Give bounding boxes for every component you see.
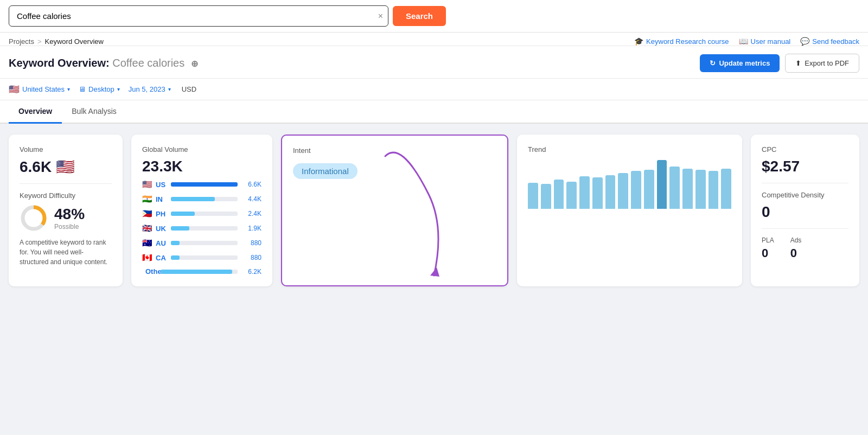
add-icon[interactable]: ⊕	[191, 59, 198, 68]
volume-value: 6.6K 🇺🇸	[20, 158, 112, 176]
search-bar-area: × Search	[0, 0, 868, 33]
bar-fill	[171, 197, 215, 201]
cpc-card: CPC $2.57 Competitive Density 0 PLA 0 Ad…	[751, 135, 859, 286]
country-count: 2.4K	[241, 210, 261, 218]
trend-label: Trend	[528, 145, 731, 153]
country-code[interactable]: AU	[156, 239, 168, 247]
tabs-row: Overview Bulk Analysis	[0, 100, 868, 124]
cpc-label: CPC	[762, 145, 848, 153]
kd-label: Keyword Difficulty	[20, 191, 112, 200]
send-feedback-label: Send feedback	[812, 37, 859, 46]
page-title-keyword: Coffee calories	[112, 57, 184, 69]
bar-fill	[171, 182, 238, 187]
volume-label: Volume	[20, 145, 112, 153]
country-code[interactable]: CA	[156, 254, 168, 262]
country-code[interactable]: UK	[156, 225, 168, 233]
donut-chart	[20, 204, 48, 232]
page-title-prefix: Keyword Overview:	[9, 57, 110, 69]
country-bars: 🇺🇸US6.6K🇮🇳IN4.4K🇵🇭PH2.4K🇬🇧UK1.9K🇦🇺AU880🇨…	[142, 180, 261, 276]
country-code[interactable]: US	[156, 181, 168, 189]
breadcrumb-parent[interactable]: Projects	[9, 37, 34, 46]
graduation-icon: 🎓	[634, 37, 643, 46]
date-chevron-icon: ▾	[168, 86, 171, 92]
update-metrics-button[interactable]: ↻ Update metrics	[700, 54, 780, 72]
search-input[interactable]	[9, 5, 388, 27]
trend-bar	[669, 167, 680, 209]
bar-track	[171, 241, 238, 245]
filters-row: 🇺🇸 United States ▾ 🖥 Desktop ▾ Jun 5, 20…	[0, 79, 868, 100]
bar-fill	[161, 270, 232, 274]
search-clear-button[interactable]: ×	[378, 11, 383, 21]
trend-bar	[605, 175, 616, 209]
country-flag-icon: 🇦🇺	[142, 238, 152, 248]
trend-bar	[592, 177, 603, 209]
breadcrumb: Projects > Keyword Overview	[9, 37, 104, 46]
page-title-area: Keyword Overview: Coffee calories ⊕	[9, 57, 198, 69]
trend-bars	[528, 160, 731, 209]
date-label: Jun 5, 2023	[129, 85, 165, 93]
bar-track	[171, 197, 238, 201]
export-pdf-button[interactable]: ⬆ Export to PDF	[785, 54, 859, 73]
country-row: 🇺🇸US6.6K	[142, 180, 261, 189]
trend-card: Trend	[517, 135, 742, 286]
difficulty-sublabel: Possible	[54, 223, 85, 231]
bar-fill	[171, 241, 180, 245]
country-count: 1.9K	[241, 225, 261, 232]
comp-density-label: Competitive Density	[762, 191, 848, 199]
keyword-research-course-link[interactable]: 🎓 Keyword Research course	[634, 37, 729, 46]
device-filter[interactable]: 🖥 Desktop ▾	[79, 85, 120, 93]
country-row: 🇦🇺AU880	[142, 238, 261, 248]
country-flag-icon: 🇬🇧	[142, 223, 152, 233]
pla-ads-row: PLA 0 Ads 0	[762, 236, 848, 260]
country-filter[interactable]: 🇺🇸 United States ▾	[9, 84, 70, 94]
chat-icon: 💬	[800, 37, 809, 46]
trend-bar	[644, 170, 654, 209]
keyword-course-label: Keyword Research course	[646, 37, 729, 46]
refresh-icon: ↻	[710, 59, 716, 67]
breadcrumb-current: Keyword Overview	[45, 37, 104, 46]
trend-bar	[657, 160, 667, 209]
difficulty-value: 48%	[54, 206, 85, 223]
user-manual-label: User manual	[751, 37, 791, 46]
tab-overview[interactable]: Overview	[9, 100, 62, 124]
trend-bar	[528, 183, 538, 209]
date-filter[interactable]: Jun 5, 2023 ▾	[129, 85, 171, 93]
top-links: 🎓 Keyword Research course 📖 User manual …	[634, 37, 859, 46]
country-flag-icon: 🇺🇸	[142, 180, 152, 189]
page-header: Keyword Overview: Coffee calories ⊕ ↻ Up…	[0, 46, 868, 79]
country-flag-icon: 🇮🇳	[142, 194, 152, 204]
trend-bar	[709, 171, 719, 209]
bar-track	[171, 182, 238, 187]
country-flag-icon: 🇨🇦	[142, 253, 152, 263]
country-code[interactable]: IN	[156, 195, 168, 203]
country-code[interactable]: Other	[145, 267, 157, 276]
country-count: 880	[241, 254, 261, 261]
country-label: United States	[22, 85, 65, 93]
pla-value: 0	[762, 246, 774, 260]
global-volume-card: Global Volume 23.3K 🇺🇸US6.6K🇮🇳IN4.4K🇵🇭PH…	[131, 135, 272, 286]
page-title: Keyword Overview: Coffee calories ⊕	[9, 57, 198, 69]
cpc-value: $2.57	[762, 158, 848, 175]
us-flag-icon: 🇺🇸	[9, 84, 20, 94]
trend-bar	[579, 176, 590, 209]
country-code[interactable]: PH	[156, 210, 168, 218]
user-manual-link[interactable]: 📖 User manual	[739, 37, 791, 46]
bar-fill	[171, 255, 180, 260]
volume-card: Volume 6.6K 🇺🇸 Keyword Difficulty 48% Po…	[9, 135, 123, 286]
upload-icon: ⬆	[795, 59, 801, 67]
trend-bar	[695, 170, 706, 209]
ads-value: 0	[790, 246, 802, 260]
cards-row: Volume 6.6K 🇺🇸 Keyword Difficulty 48% Po…	[9, 135, 859, 286]
tab-bulk-analysis[interactable]: Bulk Analysis	[62, 100, 126, 124]
country-row: 🇬🇧UK1.9K	[142, 223, 261, 233]
send-feedback-link[interactable]: 💬 Send feedback	[800, 37, 859, 46]
country-count: 880	[241, 239, 261, 247]
search-button[interactable]: Search	[393, 6, 446, 26]
bar-fill	[171, 226, 189, 231]
trend-bar	[554, 180, 564, 209]
currency-label: USD	[182, 85, 196, 93]
comp-density-value: 0	[762, 203, 848, 221]
trend-bar	[618, 173, 628, 209]
country-row: 🇮🇳IN4.4K	[142, 194, 261, 204]
top-nav: Projects > Keyword Overview 🎓 Keyword Re…	[0, 33, 868, 46]
